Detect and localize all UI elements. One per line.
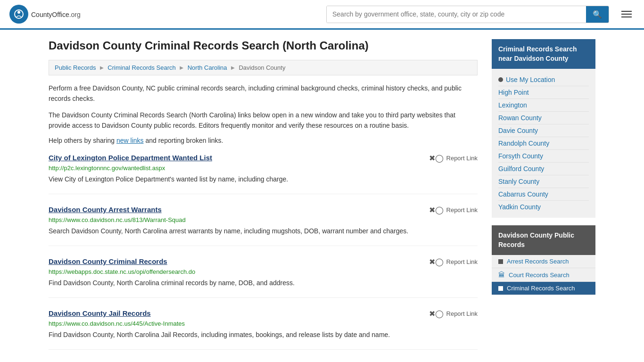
nearby-link[interactable]: Rowan County bbox=[498, 112, 589, 124]
result-url[interactable]: https://www.co.davidson.nc.us/813/Warran… bbox=[49, 216, 478, 223]
report-link[interactable]: ✖◯ Report Link bbox=[429, 309, 478, 318]
menu-button[interactable] bbox=[619, 8, 635, 20]
description-para1: Perform a free Davidson County, NC publi… bbox=[49, 83, 478, 104]
location-dot-icon bbox=[498, 77, 503, 82]
report-link[interactable]: ✖◯ Report Link bbox=[429, 257, 478, 266]
result-item: Davidson County Jail Records ✖◯ Report L… bbox=[49, 309, 478, 350]
result-item: Davidson County Criminal Records ✖◯ Repo… bbox=[49, 257, 478, 298]
result-description: Find Davidson County, North Carolina cri… bbox=[49, 278, 478, 288]
report-icon: ✖◯ bbox=[429, 206, 444, 214]
result-url[interactable]: http://p2c.lexingtonnnc.gov/wantedlist.a… bbox=[49, 165, 478, 172]
description-para2: The Davidson County Criminal Records Sea… bbox=[49, 110, 478, 131]
public-records-link[interactable]: Arrest Records Search bbox=[492, 255, 595, 268]
result-title-row: Davidson County Jail Records ✖◯ Report L… bbox=[49, 309, 478, 318]
public-records-sidebar-section: Davidson County Public Records Arrest Re… bbox=[492, 225, 595, 295]
breadcrumb-public-records[interactable]: Public Records bbox=[55, 64, 96, 71]
help-text: Help others by sharing new links and rep… bbox=[49, 137, 478, 144]
result-item: Davidson County Arrest Warrants ✖◯ Repor… bbox=[49, 206, 478, 246]
result-description: View City of Lexington Police Department… bbox=[49, 174, 478, 184]
result-title-link[interactable]: Davidson County Arrest Warrants bbox=[49, 206, 162, 214]
sidebar: Criminal Records Search near Davidson Co… bbox=[492, 39, 595, 362]
nearby-link[interactable]: Guilford County bbox=[498, 163, 589, 175]
breadcrumb-current: Davidson County bbox=[239, 64, 285, 71]
report-icon: ✖◯ bbox=[429, 309, 444, 318]
result-title-link[interactable]: City of Lexington Police Department Want… bbox=[49, 154, 212, 162]
logo-link[interactable]: CountyOffice.org bbox=[9, 5, 81, 24]
logo-text: CountyOffice.org bbox=[31, 9, 81, 19]
nearby-link[interactable]: Cabarrus County bbox=[498, 188, 589, 201]
header: CountyOffice.org 🔍 bbox=[0, 0, 644, 30]
result-title-row: Davidson County Criminal Records ✖◯ Repo… bbox=[49, 257, 478, 266]
criminal-sidebar-header: Criminal Records Search near Davidson Co… bbox=[492, 39, 595, 69]
new-links-link[interactable]: new links bbox=[116, 137, 144, 144]
result-title-link[interactable]: Davidson County Criminal Records bbox=[49, 257, 167, 265]
nearby-link[interactable]: Stanly County bbox=[498, 175, 589, 188]
result-item: City of Lexington Police Department Want… bbox=[49, 154, 478, 194]
search-input[interactable] bbox=[327, 6, 586, 23]
nearby-link[interactable]: Randolph County bbox=[498, 137, 589, 150]
criminal-sidebar-section: Criminal Records Search near Davidson Co… bbox=[492, 39, 595, 218]
nearby-link[interactable]: High Point bbox=[498, 86, 589, 99]
result-url[interactable]: https://webapps.doc.state.nc.us/opi/offe… bbox=[49, 268, 478, 275]
result-title-row: Davidson County Arrest Warrants ✖◯ Repor… bbox=[49, 206, 478, 214]
page-title: Davidson County Criminal Records Search … bbox=[49, 39, 478, 52]
search-bar: 🔍 bbox=[326, 6, 609, 23]
court-records-icon: 🏛 bbox=[498, 271, 505, 279]
content-area: Davidson County Criminal Records Search … bbox=[49, 39, 478, 362]
arrest-records-icon bbox=[498, 259, 503, 264]
sidebar-nearby-links: Use My Location High PointLexingtonRowan… bbox=[492, 69, 595, 218]
nearby-link[interactable]: Yadkin County bbox=[498, 201, 589, 213]
result-url[interactable]: https://www.co.davidson.nc.us/445/Active… bbox=[49, 320, 478, 327]
criminal-records-icon bbox=[498, 286, 503, 291]
result-title-link[interactable]: Davidson County Jail Records bbox=[49, 309, 151, 317]
nearby-links-container: High PointLexingtonRowan CountyDavie Cou… bbox=[498, 86, 589, 213]
breadcrumb-north-carolina[interactable]: North Carolina bbox=[188, 64, 227, 71]
main-container: Davidson County Criminal Records Search … bbox=[39, 30, 605, 362]
nearby-link[interactable]: Lexington bbox=[498, 99, 589, 112]
use-location-row: Use My Location bbox=[498, 74, 589, 86]
public-records-link[interactable]: Criminal Records Search bbox=[492, 282, 595, 295]
logo-icon bbox=[9, 5, 28, 24]
report-link[interactable]: ✖◯ Report Link bbox=[429, 154, 478, 163]
menu-icon bbox=[621, 11, 632, 12]
search-button[interactable]: 🔍 bbox=[586, 6, 609, 23]
report-icon: ✖◯ bbox=[429, 154, 444, 163]
public-links-container: Arrest Records Search🏛Court Records Sear… bbox=[492, 255, 595, 295]
result-title-row: City of Lexington Police Department Want… bbox=[49, 154, 478, 163]
breadcrumb-criminal-records-search[interactable]: Criminal Records Search bbox=[107, 64, 176, 71]
breadcrumb: Public Records ► Criminal Records Search… bbox=[49, 60, 478, 75]
results-list: City of Lexington Police Department Want… bbox=[49, 154, 478, 362]
use-location-link[interactable]: Use My Location bbox=[506, 76, 555, 83]
nearby-link[interactable]: Forsyth County bbox=[498, 150, 589, 163]
result-description: Find Davidson County, North Carolina Jai… bbox=[49, 330, 478, 340]
public-records-header: Davidson County Public Records bbox=[492, 225, 595, 255]
svg-point-2 bbox=[17, 11, 20, 14]
public-records-link[interactable]: 🏛Court Records Search bbox=[492, 268, 595, 282]
nearby-link[interactable]: Davie County bbox=[498, 124, 589, 137]
result-description: Search Davidson County, North Carolina a… bbox=[49, 226, 478, 236]
report-link[interactable]: ✖◯ Report Link bbox=[429, 206, 478, 214]
report-icon: ✖◯ bbox=[429, 257, 444, 266]
